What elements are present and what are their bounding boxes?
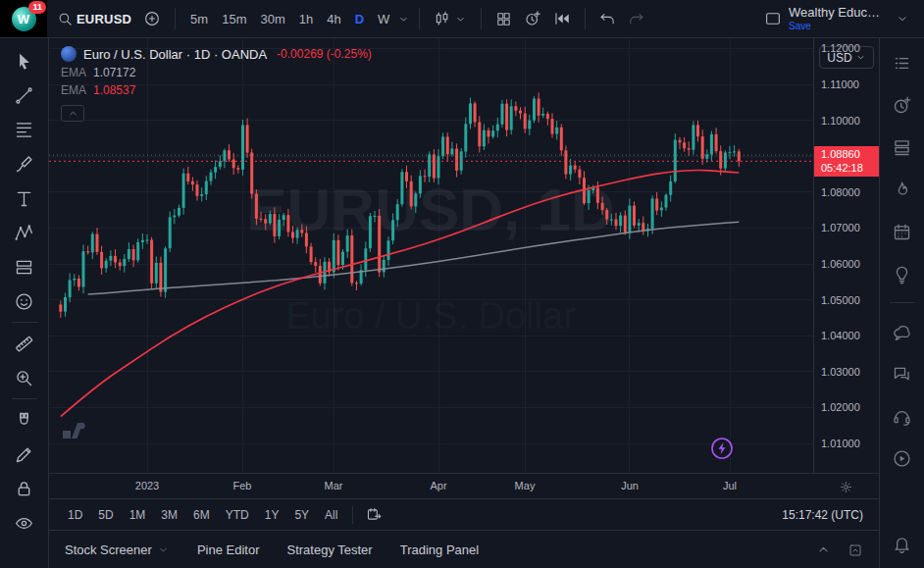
interval-1h-button[interactable]: 1h <box>293 8 319 30</box>
intervals-menu-icon[interactable] <box>397 13 410 26</box>
cursor-tool[interactable] <box>9 46 40 76</box>
event-marker-icon <box>712 439 732 458</box>
bottom-tab-label: Strategy Tester <box>286 542 372 557</box>
interval-d-button[interactable]: D <box>349 8 370 30</box>
time-tick-label: Jun <box>621 480 639 491</box>
price-tick-label: 1.03000 <box>821 366 860 379</box>
fib-tool[interactable] <box>9 115 40 144</box>
watchlist-icon <box>892 53 912 74</box>
chart-settings-button[interactable] <box>813 474 879 499</box>
range-all-button[interactable]: All <box>318 505 344 525</box>
layout-grid-icon <box>495 11 512 27</box>
panel-data-window-button[interactable] <box>887 132 918 162</box>
bottom-tab-stock-screener[interactable]: Stock Screener <box>65 542 170 557</box>
trendline-tool[interactable] <box>9 80 40 110</box>
magnet-tool[interactable] <box>9 405 40 435</box>
ema-indicator-row-2[interactable]: EMA 1.08537 <box>61 83 372 97</box>
bottom-tab-strategy-tester[interactable]: Strategy Tester <box>286 542 372 557</box>
interval-15m-button[interactable]: 15m <box>216 8 252 30</box>
magnet-icon <box>14 410 34 431</box>
save-layout-link[interactable]: Save <box>789 21 880 32</box>
text-tool-tool[interactable] <box>9 183 40 213</box>
panel-bubbles-button[interactable] <box>887 359 918 388</box>
ema-indicator-row-1[interactable]: EMA 1.07172 <box>61 66 372 79</box>
bar-replay-button[interactable] <box>548 6 576 31</box>
panel-calendar-button[interactable] <box>887 217 918 246</box>
chart-style-menu-icon <box>454 13 467 26</box>
toolbar-divider <box>12 322 37 323</box>
ema-label: EMA <box>61 83 86 97</box>
goto-date-button[interactable] <box>361 502 387 527</box>
range-ytd-button[interactable]: YTD <box>219 505 256 525</box>
undo-button[interactable] <box>594 7 621 31</box>
xabcd-tool[interactable] <box>9 218 40 247</box>
sidebar-divider <box>890 302 915 303</box>
panel-alert-clock-button[interactable] <box>887 90 918 120</box>
eye-tool[interactable] <box>9 508 40 538</box>
time-tick-label: Jul <box>723 480 737 491</box>
interval-30m-button[interactable]: 30m <box>254 8 290 30</box>
utc-clock[interactable]: 15:17:42 (UTC) <box>782 508 867 522</box>
range-6m-button[interactable]: 6M <box>186 505 217 525</box>
toolbar-divider <box>585 8 586 29</box>
time-axis[interactable]: 2023FebMarAprMayJunJul <box>49 473 879 498</box>
panel-flame-button[interactable] <box>887 175 918 204</box>
pencil-icon <box>14 444 34 465</box>
price-tick-label: 1.10000 <box>821 115 860 128</box>
replay-rewind-icon <box>553 10 571 27</box>
lock-tool[interactable] <box>9 474 40 503</box>
layout-manager-button[interactable]: Wealthy Educ… Save <box>759 2 889 35</box>
redo-button[interactable] <box>623 7 649 31</box>
interval-5m-button[interactable]: 5m <box>184 8 214 30</box>
panel-watchlist-button[interactable] <box>887 48 918 77</box>
last-price-label: 1.08860 05:42:18 <box>814 146 879 177</box>
interval-w-button[interactable]: W <box>372 8 395 30</box>
chart-style-button[interactable] <box>429 6 472 31</box>
toolbar-divider <box>175 8 176 29</box>
layout-menu-caret-icon <box>896 12 909 26</box>
compare-add-symbol-button[interactable] <box>138 6 166 31</box>
panel-play-circle-button[interactable] <box>887 443 918 473</box>
layout-menu-button[interactable] <box>891 8 914 29</box>
brush-tool[interactable] <box>9 149 40 179</box>
undo-icon <box>599 11 616 27</box>
bottom-items: Stock ScreenerPine EditorStrategy Tester… <box>65 542 479 557</box>
legend-collapse-button[interactable] <box>61 105 84 122</box>
time-tick-label: Feb <box>233 480 252 491</box>
interval-4h-button[interactable]: 4h <box>321 8 346 30</box>
panel-bell-button[interactable] <box>887 529 918 558</box>
notification-count-badge: 11 <box>28 1 46 14</box>
pencil-tool[interactable] <box>9 439 40 469</box>
range-5d-button[interactable]: 5D <box>91 505 120 525</box>
brand-logo[interactable]: W 11 <box>0 0 47 37</box>
panel-restore-icon[interactable] <box>847 542 863 558</box>
create-alert-button[interactable] <box>519 6 546 31</box>
range-5y-button[interactable]: 5Y <box>287 505 316 525</box>
smiley-tool[interactable] <box>9 286 40 316</box>
multichart-layout-button[interactable] <box>490 7 517 31</box>
range-1m-button[interactable]: 1M <box>123 505 153 525</box>
layout-window-icon <box>764 10 782 27</box>
panel-bulb-button[interactable] <box>887 259 918 288</box>
symbol-name: EURUSD <box>77 12 131 26</box>
bottom-tab-trading-panel[interactable]: Trading Panel <box>400 542 479 557</box>
range-1y-button[interactable]: 1Y <box>258 505 286 525</box>
bottom-tab-pine-editor[interactable]: Pine Editor <box>197 542 260 557</box>
bottom-tab-label: Stock Screener <box>65 542 152 557</box>
time-tick-label: Apr <box>430 480 446 491</box>
position-tool[interactable] <box>9 252 40 282</box>
price-axis[interactable]: USD 1.08860 05:42:18 1.120001.110001.100… <box>813 38 879 473</box>
legend-symbol-row[interactable]: Euro / U.S. Dollar · 1D · OANDA -0.00269… <box>61 46 372 62</box>
panel-cloud-chat-button[interactable] <box>887 317 918 346</box>
ruler-tool[interactable] <box>9 329 40 358</box>
ruler-icon <box>14 334 34 354</box>
zoom-tool[interactable] <box>9 363 40 392</box>
range-3m-button[interactable]: 3M <box>154 505 184 525</box>
range-1d-button[interactable]: 1D <box>61 505 89 525</box>
panel-expand-icon[interactable] <box>815 542 832 558</box>
bubbles-icon <box>892 364 912 385</box>
eye-icon <box>14 513 34 534</box>
goto-date-icon <box>366 506 383 523</box>
symbol-search-button[interactable]: EURUSD <box>52 7 136 31</box>
panel-headset-button[interactable] <box>887 401 918 431</box>
